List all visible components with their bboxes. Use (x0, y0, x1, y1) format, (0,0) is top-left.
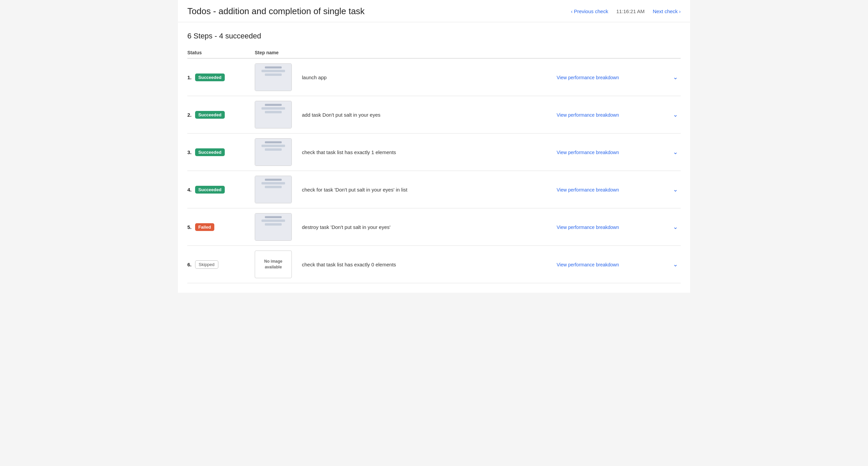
page-wrapper: Todos - addition and completion of singl… (178, 0, 690, 293)
table-row: 2. Succeeded add task Don't put salt in … (187, 96, 681, 134)
view-breakdown-cell: View performance breakdown (557, 149, 664, 155)
step-name: check for task 'Don't put salt in your e… (302, 187, 557, 193)
step-name: check that task list has exactly 1 eleme… (302, 149, 557, 155)
step-name: add task Don't put salt in your eyes (302, 112, 557, 118)
status-badge: Succeeded (195, 74, 225, 81)
step-number: 1. (187, 75, 192, 80)
status-badge: Failed (195, 223, 215, 231)
chevron-col: ⌄ (664, 261, 681, 268)
table-row: 1. Succeeded launch app View performance… (187, 59, 681, 96)
chevron-col: ⌄ (664, 148, 681, 156)
view-breakdown-cell: View performance breakdown (557, 187, 664, 193)
step-number-status: 5. Failed (187, 223, 255, 231)
chevron-right-icon: › (679, 9, 681, 14)
col-status-header: Status (187, 50, 255, 55)
screenshot-thumb (255, 213, 292, 241)
view-performance-breakdown-link[interactable]: View performance breakdown (557, 150, 619, 155)
view-performance-breakdown-link[interactable]: View performance breakdown (557, 112, 619, 118)
view-performance-breakdown-link[interactable]: View performance breakdown (557, 262, 619, 267)
table-row: 3. Succeeded check that task list has ex… (187, 134, 681, 171)
page-title: Todos - addition and completion of singl… (187, 6, 365, 17)
step-number: 6. (187, 262, 192, 267)
step-number: 5. (187, 224, 192, 230)
no-image-placeholder: No image available (255, 251, 292, 278)
col-step-name-header: Step name (255, 50, 302, 55)
table-header: Status Step name (187, 47, 681, 59)
screenshot-thumb (255, 63, 292, 91)
expand-chevron-icon[interactable]: ⌄ (673, 261, 678, 268)
status-badge: Skipped (195, 260, 218, 269)
step-number: 4. (187, 187, 192, 193)
step-number-status: 3. Succeeded (187, 148, 255, 156)
step-number-status: 2. Succeeded (187, 111, 255, 119)
step-name: launch app (302, 75, 557, 80)
view-breakdown-cell: View performance breakdown (557, 112, 664, 118)
step-number-status: 6. Skipped (187, 260, 255, 269)
step-number-status: 1. Succeeded (187, 74, 255, 81)
header: Todos - addition and completion of singl… (178, 0, 690, 22)
status-badge: Succeeded (195, 186, 225, 194)
check-time: 11:16:21 AM (616, 8, 645, 14)
screenshot-cell: No image available (255, 251, 302, 278)
chevron-left-icon: ‹ (571, 9, 573, 14)
chevron-col: ⌄ (664, 186, 681, 193)
step-number-status: 4. Succeeded (187, 186, 255, 194)
screenshot-cell (255, 101, 302, 128)
expand-chevron-icon[interactable]: ⌄ (673, 74, 678, 81)
screenshot-cell (255, 213, 302, 241)
chevron-col: ⌄ (664, 74, 681, 81)
main-content: 6 Steps - 4 succeeded Status Step name 1… (178, 22, 690, 293)
step-name: destroy task 'Don't put salt in your eye… (302, 224, 557, 230)
step-number: 2. (187, 112, 192, 118)
screenshot-thumb (255, 101, 292, 128)
view-performance-breakdown-link[interactable]: View performance breakdown (557, 187, 619, 193)
table-row: 6. Skipped No image available check that… (187, 246, 681, 283)
view-performance-breakdown-link[interactable]: View performance breakdown (557, 75, 619, 80)
step-number: 3. (187, 149, 192, 155)
screenshot-thumb (255, 176, 292, 203)
previous-check-link[interactable]: ‹ Previous check (571, 8, 608, 14)
view-performance-breakdown-link[interactable]: View performance breakdown (557, 225, 619, 230)
view-breakdown-cell: View performance breakdown (557, 262, 664, 267)
screenshot-cell (255, 138, 302, 166)
view-breakdown-cell: View performance breakdown (557, 75, 664, 80)
status-badge: Succeeded (195, 111, 225, 119)
chevron-col: ⌄ (664, 111, 681, 118)
table-row: 4. Succeeded check for task 'Don't put s… (187, 171, 681, 208)
view-breakdown-cell: View performance breakdown (557, 224, 664, 230)
header-nav: ‹ Previous check 11:16:21 AM Next check … (571, 8, 681, 14)
screenshot-cell (255, 176, 302, 203)
step-name: check that task list has exactly 0 eleme… (302, 262, 557, 267)
expand-chevron-icon[interactable]: ⌄ (673, 223, 678, 231)
table-row: 5. Failed destroy task 'Don't put salt i… (187, 208, 681, 246)
expand-chevron-icon[interactable]: ⌄ (673, 111, 678, 118)
expand-chevron-icon[interactable]: ⌄ (673, 186, 678, 193)
next-check-link[interactable]: Next check › (653, 8, 681, 14)
screenshot-cell (255, 63, 302, 91)
summary-title: 6 Steps - 4 succeeded (187, 32, 681, 40)
chevron-col: ⌄ (664, 223, 681, 231)
expand-chevron-icon[interactable]: ⌄ (673, 148, 678, 156)
screenshot-thumb (255, 138, 292, 166)
status-badge: Succeeded (195, 148, 225, 156)
steps-list: 1. Succeeded launch app View performance… (187, 59, 681, 283)
